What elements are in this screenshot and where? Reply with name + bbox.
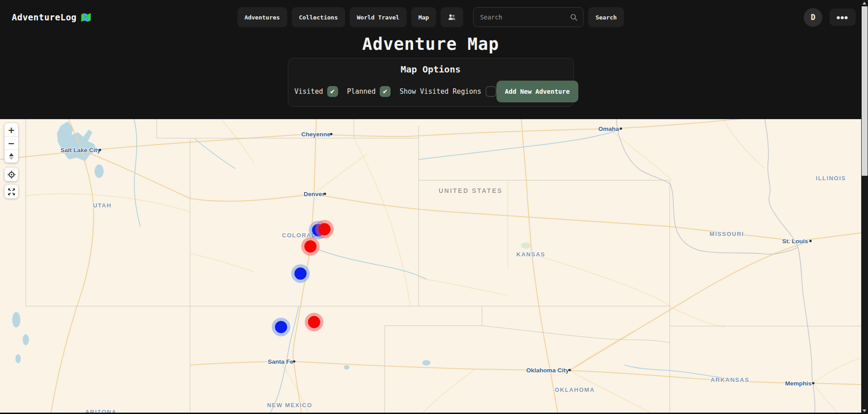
adventure-marker-visited[interactable] [308, 316, 320, 328]
page-content: + − [0, 0, 861, 414]
state-label-new-mexico: NEW MEXICO [267, 402, 312, 409]
nav-item-map[interactable]: Map [411, 7, 436, 27]
rivers [134, 119, 734, 414]
city-dot [330, 133, 333, 135]
adventure-marker-planned[interactable] [295, 268, 307, 280]
main-nav: AdventuresCollectionsWorld TravelMap Sea… [237, 7, 624, 27]
city-dot [810, 240, 812, 242]
toggle-show-visited-regions: Show Visited Regions [400, 86, 496, 97]
search-input[interactable] [479, 13, 570, 21]
search-icon [570, 14, 578, 21]
city-label-cheyenne: Cheyenne [301, 131, 331, 138]
map-logo-icon [81, 13, 91, 22]
country-label: UNITED STATES [439, 187, 503, 194]
state-label-kansas: KANSAS [516, 251, 545, 258]
adventure-marker-visited[interactable] [319, 223, 331, 236]
city-dot [620, 128, 622, 130]
city-label-denver: Denver [304, 191, 324, 197]
users-icon [448, 14, 457, 21]
fullscreen-icon [7, 188, 16, 196]
tilt-icon [9, 153, 14, 160]
gray-rivers [616, 119, 815, 414]
state-borders [26, 119, 861, 414]
map-options-card: Map Options Visited✔Planned✔Show Visited… [288, 58, 574, 107]
city-label-st-louis: St. Louis [782, 238, 808, 245]
toggle-label: Visited [295, 87, 323, 96]
adventure-marker-planned[interactable] [275, 321, 287, 333]
page-scrollbar [861, 0, 868, 414]
add-new-adventure-button[interactable]: Add New Adventure [496, 81, 578, 102]
city-label-salt-lake-city: Salt Lake City [61, 147, 101, 154]
state-label-utah: UTAH [93, 202, 111, 209]
app-logo[interactable]: AdventureLog [12, 12, 91, 22]
map-options-toggles: Visited✔Planned✔Show Visited Regions [295, 86, 496, 97]
zoom-out-button[interactable]: − [5, 136, 18, 149]
toggle-planned: Planned✔ [347, 86, 391, 97]
locate-button[interactable] [5, 168, 18, 181]
minor-roads [26, 119, 861, 414]
nav-item-world-travel[interactable]: World Travel [350, 7, 407, 27]
nav-item-collections[interactable]: Collections [291, 7, 345, 27]
map-zoom-controls: + − [5, 123, 18, 163]
scrollbar-down-arrow-icon[interactable] [863, 409, 866, 412]
toggle-label: Planned [347, 87, 376, 96]
more-menu-button[interactable]: ●●● [830, 9, 856, 26]
state-label-oklahoma: OKLAHOMA [555, 386, 595, 393]
search-box [473, 7, 584, 27]
app-name: AdventureLog [12, 12, 76, 22]
city-dot [99, 149, 101, 151]
lakes [12, 121, 430, 370]
page-title: Adventure Map [0, 34, 861, 54]
city-dot [324, 193, 326, 195]
map-canvas[interactable]: + − [0, 119, 861, 414]
scrollbar-thumb[interactable] [862, 6, 868, 176]
adventure-marker-visited[interactable] [305, 241, 317, 253]
tilt-control-button[interactable] [5, 149, 18, 163]
state-label-illinois: ILLINOIS [816, 175, 846, 182]
checkbox-visited[interactable]: ✔ [327, 86, 338, 97]
shared-users-button[interactable] [441, 7, 463, 27]
park-patch [521, 242, 531, 249]
search-button[interactable]: Search [588, 7, 624, 27]
topbar-right: D ●●● [804, 8, 861, 27]
locate-icon [7, 170, 16, 179]
map-geometry [0, 119, 861, 414]
fullscreen-button[interactable] [5, 185, 18, 198]
avatar[interactable]: D [804, 8, 822, 27]
checkbox-show-visited-regions[interactable] [486, 86, 496, 97]
city-label-omaha: Omaha [598, 125, 619, 132]
city-dot [293, 361, 296, 363]
nav-item-adventures[interactable]: Adventures [237, 7, 287, 27]
city-dot [569, 369, 571, 371]
checkbox-planned[interactable]: ✔ [380, 86, 391, 97]
top-navigation-bar: AdventureLog AdventuresCollectionsWorld … [0, 0, 861, 34]
zoom-in-button[interactable]: + [5, 123, 18, 136]
city-label-memphis: Memphis [785, 380, 812, 387]
major-roads [0, 119, 861, 414]
state-label-arkansas: ARKANSAS [711, 376, 749, 383]
state-label-missouri: MISSOURI [710, 231, 744, 237]
toggle-label: Show Visited Regions [400, 87, 482, 96]
scrollbar-up-arrow-icon[interactable] [863, 2, 866, 5]
city-dot [812, 382, 815, 385]
city-label-santa-fe: Santa Fe [268, 358, 293, 365]
map-options-title: Map Options [288, 64, 573, 75]
city-label-oklahoma-city: Oklahoma City [526, 367, 569, 374]
toggle-visited: Visited✔ [295, 86, 338, 97]
map-options-row: Visited✔Planned✔Show Visited Regions Add… [288, 81, 573, 102]
